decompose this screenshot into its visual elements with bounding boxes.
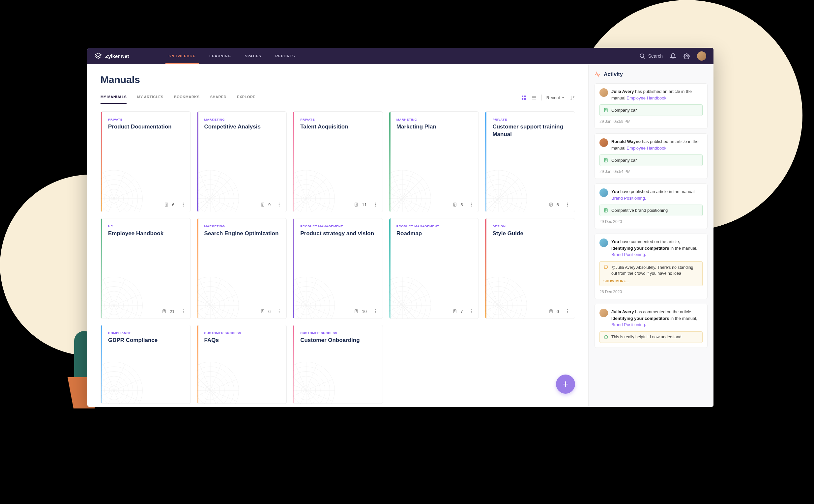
svg-line-250 [402, 305, 423, 319]
activity-link[interactable]: Brand Positioning. [611, 252, 646, 257]
activity-list: Julia Avery has published an article in … [595, 83, 708, 348]
activity-article-box[interactable]: Company car [600, 154, 703, 166]
article-name: Company car [611, 158, 637, 163]
activity-link[interactable]: Employee Handbook. [627, 146, 667, 151]
sort-order-icon[interactable] [570, 95, 575, 100]
show-more-link[interactable]: SHOW MORE... [604, 279, 699, 283]
manual-card[interactable]: HREmployee Handbook21 [100, 218, 191, 319]
svg-point-269 [471, 311, 472, 312]
manual-card[interactable]: MARKETINGMarketing Plan5 [389, 111, 479, 212]
avatar[interactable] [600, 238, 608, 247]
card-category: MARKETING [396, 118, 473, 121]
card-category: MARKETING [204, 118, 281, 121]
svg-line-18 [114, 199, 134, 212]
card-title: Employee Handbook [108, 230, 184, 238]
svg-point-65 [279, 203, 280, 204]
svg-line-142 [485, 179, 498, 199]
kebab-icon[interactable] [373, 202, 378, 207]
kebab-icon[interactable] [565, 309, 570, 314]
svg-line-338 [197, 370, 210, 390]
manual-card[interactable]: PRIVATETalent Acquisition11 [293, 111, 383, 212]
card-category: PRODUCT MANAGEMENT [396, 224, 473, 228]
manual-card[interactable]: PRODUCT MANAGEMENTProduct strategy and v… [293, 218, 383, 319]
svg-point-240 [375, 311, 376, 312]
nav-tab-knowledge[interactable]: KNOWLEDGE [169, 48, 196, 64]
avatar[interactable] [600, 138, 608, 147]
svg-point-298 [567, 311, 568, 312]
logo[interactable]: Zylker Net [95, 52, 129, 60]
divider [542, 95, 542, 100]
kebab-icon[interactable] [373, 309, 378, 314]
activity-article-box[interactable]: Competitive brand positioning [600, 205, 703, 216]
svg-point-37 [182, 204, 183, 205]
subtab-bookmarks[interactable]: BOOKMARKS [174, 95, 200, 103]
avatar[interactable] [600, 88, 608, 97]
svg-point-124 [471, 204, 472, 205]
card-title: GDPR Compliance [108, 337, 184, 344]
page-icon [604, 158, 608, 163]
svg-line-134 [498, 199, 519, 212]
manual-card[interactable]: DESIGNStyle Guide6 [485, 218, 575, 319]
activity-link[interactable]: Employee Handbook. [627, 96, 667, 100]
document-icon [354, 309, 358, 314]
sort-label: Recent [547, 95, 560, 100]
bell-icon[interactable] [670, 53, 676, 59]
svg-point-241 [375, 312, 376, 313]
svg-line-308 [114, 390, 134, 404]
sort-dropdown[interactable]: Recent [547, 95, 565, 100]
mention-link[interactable]: @Julia Avery [611, 265, 635, 270]
grid-view-icon[interactable] [521, 95, 527, 100]
svg-line-225 [293, 305, 306, 319]
manual-card[interactable]: CUSTOMER SUCCESSCustomer Onboarding [293, 325, 383, 404]
manual-card[interactable]: PRIVATEProduct Documentation6 [100, 111, 191, 212]
activity-title: Activity [604, 71, 623, 77]
nav-tab-learning[interactable]: LEARNING [209, 48, 231, 64]
nav-tab-reports[interactable]: REPORTS [275, 48, 295, 64]
activity-link[interactable]: Brand Positioning. [611, 322, 646, 327]
toolbar: MY MANUALSMY ARTICLESBOOKMARKSSHAREDEXPL… [100, 95, 575, 104]
avatar[interactable] [600, 309, 608, 317]
list-view-icon[interactable] [531, 95, 537, 100]
kebab-icon[interactable] [276, 309, 282, 314]
card-category: PRIVATE [492, 118, 569, 121]
gear-icon[interactable] [684, 53, 690, 59]
activity-text: You have commented on the article, Ident… [611, 238, 703, 258]
kebab-icon[interactable] [181, 202, 186, 207]
svg-rect-6 [524, 98, 526, 99]
manual-card[interactable]: PRIVATECustomer support training Manual6 [485, 111, 575, 212]
activity-link[interactable]: Brand Positioning. [611, 196, 646, 201]
activity-header: Activity [595, 71, 708, 77]
avatar[interactable] [697, 51, 706, 61]
app-window: Zylker Net KNOWLEDGELEARNINGSPACESREPORT… [87, 48, 714, 407]
search[interactable]: Search [639, 53, 663, 59]
add-button[interactable] [556, 375, 575, 394]
activity-article-box[interactable]: Company car [600, 104, 703, 116]
nav-tabs: KNOWLEDGELEARNINGSPACESREPORTS [169, 48, 295, 64]
kebab-icon[interactable] [565, 202, 570, 207]
svg-line-84 [293, 179, 306, 199]
subtab-my-articles[interactable]: MY ARTICLES [137, 95, 163, 103]
activity-item: Julia Avery has published an article in … [595, 83, 708, 129]
page-icon [604, 208, 608, 213]
avatar[interactable] [600, 188, 608, 197]
svg-rect-3 [522, 96, 523, 97]
svg-line-320 [114, 370, 134, 390]
kebab-icon[interactable] [181, 309, 186, 314]
manual-card[interactable]: MARKETINGSearch Engine Optimization6 [197, 218, 287, 319]
manual-card[interactable]: PRODUCT MANAGEMENTRoadmap7 [389, 218, 479, 319]
subtab-explore[interactable]: EXPLORE [237, 95, 255, 103]
svg-line-30 [114, 179, 134, 199]
manual-card[interactable]: COMPLIANCEGDPR Compliance [100, 325, 191, 404]
manual-card[interactable]: CUSTOMER SUCCESSFAQs [197, 325, 287, 404]
activity-text: Julia Avery has published an article in … [611, 88, 703, 101]
subtab-my-manuals[interactable]: MY MANUALS [100, 95, 126, 103]
subtab-shared[interactable]: SHARED [210, 95, 226, 103]
kebab-icon[interactable] [469, 309, 474, 314]
card-footer: 10 [354, 309, 378, 314]
activity-item: You have commented on the article, Ident… [595, 234, 708, 299]
svg-line-171 [100, 285, 114, 305]
kebab-icon[interactable] [469, 202, 474, 207]
kebab-icon[interactable] [276, 202, 282, 207]
nav-tab-spaces[interactable]: SPACES [245, 48, 261, 64]
manual-card[interactable]: MARKETINGCompetitive Analysis9 [197, 111, 287, 212]
